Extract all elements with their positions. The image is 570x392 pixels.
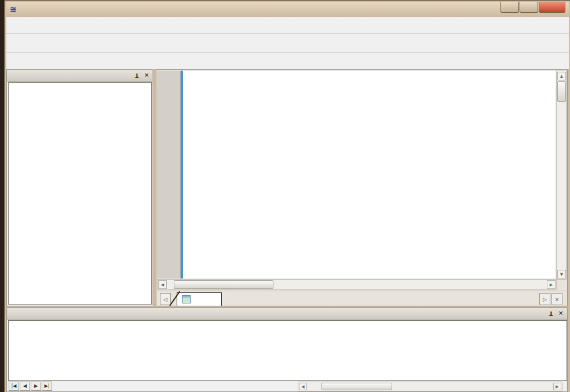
output-tab-strip: |◀ ◀ ▶ ▶| ◀ ▶ [8, 381, 566, 391]
maximize-button[interactable] [520, 2, 538, 13]
app-logo-icon: ≋ [10, 5, 20, 14]
output-panel-header: Т × [7, 308, 567, 320]
scroll-left-icon[interactable]: ◀ [158, 280, 167, 289]
app-window: ≋ Т × ▲ ▼ ◀ ▶ [4, 0, 570, 392]
output-pin-icon[interactable]: Т [547, 310, 555, 317]
ladder-viewport[interactable] [157, 71, 556, 279]
output-horizontal-scrollbar[interactable]: ◀ ▶ [298, 382, 562, 391]
tab-next-icon[interactable]: ▶ [31, 382, 41, 391]
tab-first-icon[interactable]: |◀ [9, 382, 19, 391]
ladder-row-gutter [157, 71, 181, 279]
document-tab-bar: ◁ ▷ × [157, 291, 565, 306]
tab-main-document[interactable] [177, 292, 222, 306]
close-panel-icon[interactable]: × [142, 72, 151, 79]
tab-last-icon[interactable]: ▶| [42, 382, 52, 391]
project-panel: Т × [6, 69, 154, 306]
output-panel: Т × |◀ ◀ ▶ ▶| ◀ ▶ [6, 307, 568, 392]
output-close-icon[interactable]: × [557, 310, 565, 317]
out-scroll-right-icon[interactable]: ▶ [553, 383, 561, 390]
out-hscroll-thumb[interactable] [321, 383, 392, 390]
scroll-right-icon[interactable]: ▶ [547, 280, 556, 289]
tab-prev-icon[interactable]: ◀ [20, 382, 30, 391]
ladder-canvas[interactable] [181, 71, 556, 279]
toolbar-main [6, 34, 569, 53]
power-rail [181, 71, 183, 279]
tab-close-icon[interactable]: × [551, 293, 562, 305]
ladder-editor: ▲ ▼ ◀ ▶ ◁ ▷ × [156, 69, 568, 306]
ladder-doc-icon [182, 295, 191, 303]
out-scroll-left-icon[interactable]: ◀ [299, 383, 307, 390]
title-bar[interactable]: ≋ [6, 2, 569, 17]
tab-scroll-left-icon[interactable]: ◁ [160, 293, 171, 305]
hscroll-thumb[interactable] [174, 280, 273, 289]
project-panel-header: Т × [7, 70, 153, 82]
vscroll-thumb[interactable] [557, 81, 566, 102]
minimize-button[interactable] [500, 2, 519, 13]
pin-icon[interactable]: Т [133, 72, 141, 79]
ladder-vertical-scrollbar[interactable]: ▲ ▼ [556, 71, 567, 280]
toolbar-ladder [6, 53, 569, 69]
tab-scroll-right-icon[interactable]: ▷ [539, 293, 550, 305]
menu-bar [6, 17, 569, 34]
close-button[interactable] [539, 2, 565, 13]
ladder-horizontal-scrollbar[interactable]: ◀ ▶ [157, 279, 557, 290]
project-tree [8, 82, 152, 305]
scroll-down-icon[interactable]: ▼ [557, 270, 566, 279]
watch-table [8, 320, 567, 381]
scroll-up-icon[interactable]: ▲ [557, 72, 566, 80]
